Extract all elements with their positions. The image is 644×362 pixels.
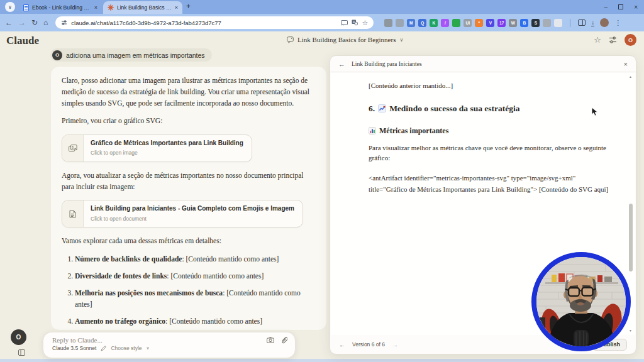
doc-line: [Conteúdo anterior mantido...] [369, 80, 614, 91]
style-pen-icon [101, 346, 106, 351]
document-favicon-icon [23, 4, 29, 11]
favorite-star-icon[interactable]: ☆ [594, 35, 601, 45]
extension-icon[interactable] [554, 19, 562, 27]
bottom-strip [0, 359, 644, 362]
window-minimize-button[interactable]: – [604, 4, 608, 11]
panel-back-icon[interactable]: ← [338, 60, 345, 68]
webcam-overlay [531, 252, 631, 351]
new-tab-button[interactable]: + [186, 2, 191, 11]
model-selector[interactable]: Claude 3.5 Sonnet [52, 345, 96, 351]
doc-paragraph: Para visualizar melhor as métricas chave… [369, 143, 614, 163]
tab-close-icon[interactable]: × [175, 4, 178, 11]
user-message-text: adiciona uma imagem em métricas importan… [66, 52, 205, 59]
extension-icon[interactable]: W [509, 19, 517, 27]
extension-icon[interactable]: S [531, 19, 540, 27]
window-close-button[interactable]: × [634, 4, 638, 11]
extension-icon[interactable]: Q [418, 19, 426, 27]
scrollbar-thumb[interactable] [629, 204, 633, 272]
url-text[interactable]: claude.ai/chat/a117c6d0-3d9b-4972-a73d-f… [71, 19, 337, 26]
artifact-card-document[interactable]: Link Building para Iniciantes - Guia Com… [62, 200, 303, 228]
claude-favicon-icon [108, 4, 114, 11]
browser-titlebar: ∨ Ebook - Link Building para Inic × Link… [0, 0, 644, 14]
extension-icon[interactable]: * [475, 19, 483, 27]
site-settings-icon[interactable] [61, 19, 67, 26]
version-next-icon[interactable]: → [392, 341, 398, 348]
list-item: Diversidade de fontes de links: [Conteúd… [75, 270, 316, 282]
browser-profile-avatar[interactable] [600, 18, 609, 27]
tab-close-icon[interactable]: × [94, 4, 97, 11]
chevron-down-icon: ∨ [147, 346, 150, 351]
tab-label: Link Building Basics for Beginne [117, 4, 172, 11]
extension-icon[interactable] [543, 19, 551, 27]
bar-chart-emoji-icon [369, 127, 376, 134]
cast-icon[interactable] [341, 20, 348, 26]
artifact-card-image[interactable]: Gráfico de Métricas Importantes para Lin… [62, 134, 252, 162]
assistant-paragraph: Agora, vou atualizar a seção de métricas… [62, 170, 316, 192]
scroll-down-icon[interactable]: ▼ [629, 329, 632, 332]
extension-icon[interactable]: B [520, 19, 528, 27]
home-button[interactable]: ⌂ [43, 18, 48, 27]
browser-menu-icon[interactable]: ⋮ [614, 19, 621, 27]
doc-paragraph: <antArtifact identifier="metricas-import… [369, 172, 614, 195]
conversation-title-dropdown[interactable]: Link Building Basics for Beginners ∨ [287, 36, 403, 43]
extensions-row: MQK/UI*V17WBS [384, 19, 562, 27]
extension-icon[interactable]: M [407, 19, 415, 27]
assistant-paragraph: Vamos explorar cada uma dessas métricas … [62, 235, 316, 246]
attachment-paperclip-icon[interactable] [280, 336, 287, 344]
panel-close-icon[interactable]: × [624, 60, 628, 68]
tab-search-button[interactable]: ∨ [5, 2, 15, 12]
back-button[interactable]: ← [5, 18, 13, 27]
extension-icon[interactable]: 17 [497, 19, 506, 27]
artifact-subtitle: Click to open document [91, 215, 294, 223]
extension-icon[interactable]: UI [464, 19, 472, 27]
tab-ebook[interactable]: Ebook - Link Building para Inic × [19, 1, 102, 14]
list-item: Aumento no tráfego orgânico: [Conteúdo m… [75, 315, 316, 327]
extension-icon[interactable] [384, 19, 392, 27]
translate-icon[interactable]: A [352, 19, 358, 26]
metrics-list: Número de backlinks de qualidade: [Conte… [62, 253, 316, 331]
user-message-avatar: O [52, 50, 62, 60]
chat-bubble-icon [287, 36, 294, 43]
user-message: O adiciona uma imagem em métricas import… [50, 48, 212, 62]
artifact-subtitle: Click to open image [91, 149, 243, 157]
version-label: Version 6 of 6 [352, 341, 385, 348]
sidebar-toggle-icon[interactable] [18, 347, 25, 358]
chart-increasing-emoji-icon [378, 104, 386, 112]
reply-input[interactable] [52, 336, 260, 344]
downloads-icon[interactable]: ↓ [591, 19, 594, 26]
choose-style-button[interactable]: Choose style [111, 345, 142, 351]
list-item: Melhoria nas posições nos mecanismos de … [75, 287, 316, 310]
extension-icon[interactable]: K [430, 19, 438, 27]
doc-heading-2: 6. Medindo o sucesso da sua estratégia [369, 102, 614, 115]
extension-icon[interactable]: V [486, 19, 494, 27]
version-prev-icon[interactable]: ← [339, 341, 345, 348]
chevron-down-icon: ∨ [399, 37, 403, 43]
artifact-title: Link Building para Iniciantes - Guia Com… [91, 204, 294, 214]
assistant-response: Claro, posso adicionar uma imagem para i… [50, 66, 327, 331]
bookmark-star-icon[interactable]: ☆ [362, 19, 368, 27]
floating-user-avatar[interactable]: O [11, 329, 26, 345]
sidepanel-icon[interactable] [578, 19, 586, 26]
list-item: Número de backlinks de qualidade: [Conte… [75, 253, 316, 265]
tab-claude-active[interactable]: Link Building Basics for Beginne × [103, 1, 182, 14]
extension-icon[interactable] [396, 19, 404, 27]
url-bar[interactable]: claude.ai/chat/a117c6d0-3d9b-4972-a73d-f… [55, 16, 374, 29]
panel-title: Link Building para Iniciantes [352, 61, 618, 67]
mouse-cursor [591, 107, 599, 117]
scroll-up-icon[interactable]: ▲ [629, 75, 632, 79]
refresh-button[interactable]: ↻ [31, 18, 38, 27]
claude-logo[interactable]: Claude [6, 35, 39, 47]
extension-icon[interactable] [452, 19, 460, 27]
doc-heading-3: Métricas importantes [369, 125, 614, 136]
image-artifact-icon [69, 145, 77, 152]
extension-icon[interactable]: / [441, 19, 449, 27]
screenshot-camera-icon[interactable] [267, 337, 274, 343]
settings-sliders-icon[interactable] [609, 36, 617, 43]
composer: Claude 3.5 Sonnet Choose style ∨ [43, 332, 296, 358]
document-artifact-icon [69, 210, 76, 218]
forward-button[interactable]: → [18, 18, 26, 27]
conversation-title[interactable]: Link Building Basics for Beginners [297, 36, 396, 43]
toolbar-divider [570, 19, 570, 27]
user-avatar[interactable]: O [625, 34, 636, 46]
window-maximize-button[interactable] [618, 4, 623, 9]
